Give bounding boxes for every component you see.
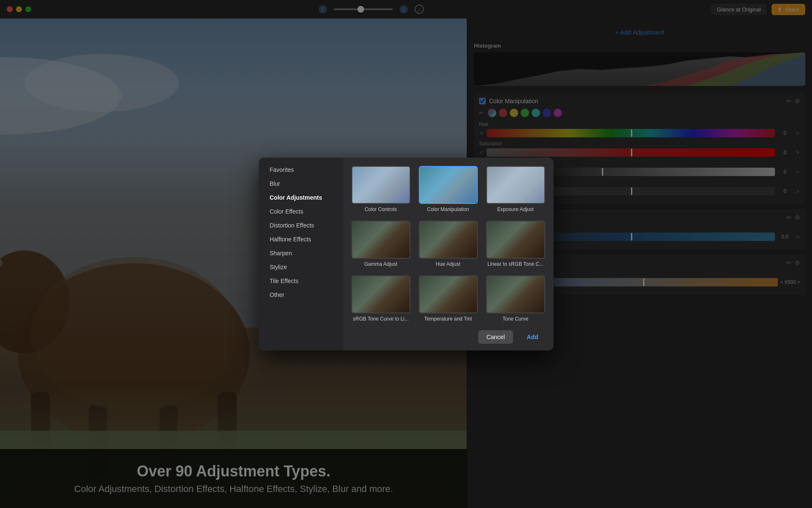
gamma-adjust-label: Gamma Adjust bbox=[364, 261, 397, 267]
tone-curve-thumb-img bbox=[487, 276, 544, 313]
exposure-adjust-label: Exposure Adjust bbox=[497, 206, 534, 212]
gamma-adjust-thumb-img bbox=[352, 222, 410, 258]
add-adjustment-modal: Favorites Blur Color Adjustments Color E… bbox=[259, 158, 554, 350]
sidebar-item-stylize[interactable]: Stylize bbox=[261, 260, 341, 274]
tone-curve-thumb bbox=[486, 275, 545, 313]
color-controls-label: Color Controls bbox=[365, 206, 397, 212]
modal-grid: Color Controls Color Manipulation Exposu… bbox=[350, 164, 547, 324]
sidebar-item-color-effects[interactable]: Color Effects bbox=[261, 205, 341, 218]
srgb-tone-curve-thumb-img bbox=[352, 276, 410, 313]
sidebar-item-tile-effects[interactable]: Tile Effects bbox=[261, 274, 341, 288]
modal-footer: Cancel Add bbox=[350, 330, 547, 344]
linear-srgb-thumb bbox=[486, 221, 545, 259]
hue-adjust-thumb-img bbox=[420, 222, 477, 258]
modal-item-color-manipulation[interactable]: Color Manipulation bbox=[417, 164, 479, 214]
modal-item-tone-curve[interactable]: Tone Curve bbox=[485, 274, 547, 324]
modal-sidebar: Favorites Blur Color Adjustments Color E… bbox=[259, 158, 343, 350]
sidebar-item-halftone-effects[interactable]: Halftone Effects bbox=[261, 233, 341, 246]
srgb-tone-curve-thumb bbox=[351, 275, 410, 313]
color-manipulation-thumb-img bbox=[420, 167, 477, 203]
hue-adjust-thumb bbox=[419, 221, 478, 259]
sidebar-item-other[interactable]: Other bbox=[261, 288, 341, 302]
tone-curve-label: Tone Curve bbox=[503, 316, 528, 322]
modal-item-hue-adjust[interactable]: Hue Adjust bbox=[417, 219, 479, 269]
srgb-tone-curve-label: sRGB Tone Curve to Li... bbox=[353, 316, 409, 322]
modal-item-srgb-tone-curve[interactable]: sRGB Tone Curve to Li... bbox=[350, 274, 412, 324]
modal-item-exposure-adjust[interactable]: Exposure Adjust bbox=[485, 164, 547, 214]
sidebar-item-distortion-effects[interactable]: Distortion Effects bbox=[261, 219, 341, 232]
linear-srgb-label: Linear to sRGB Tone C... bbox=[487, 261, 543, 267]
modal-item-gamma-adjust[interactable]: Gamma Adjust bbox=[350, 219, 412, 269]
sidebar-item-sharpen[interactable]: Sharpen bbox=[261, 246, 341, 260]
color-controls-thumb bbox=[351, 166, 410, 204]
sidebar-item-favorites[interactable]: Favorites bbox=[261, 163, 341, 176]
temp-tint-label: Temperature and Tint bbox=[424, 316, 472, 322]
modal-overlay[interactable]: Favorites Blur Color Adjustments Color E… bbox=[0, 0, 812, 508]
modal-item-temp-tint[interactable]: Temperature and Tint bbox=[417, 274, 479, 324]
temp-tint-thumb-img bbox=[420, 276, 477, 313]
modal-content: Color Controls Color Manipulation Exposu… bbox=[343, 158, 554, 350]
color-controls-thumb-img bbox=[352, 167, 410, 203]
temp-tint-thumb bbox=[419, 275, 478, 313]
modal-add-button[interactable]: Add bbox=[518, 330, 546, 344]
exposure-adjust-thumb bbox=[486, 166, 545, 204]
gamma-adjust-thumb bbox=[351, 221, 410, 259]
linear-srgb-thumb-img bbox=[487, 222, 544, 258]
color-manipulation-modal-label: Color Manipulation bbox=[427, 206, 469, 212]
color-manipulation-thumb bbox=[419, 166, 478, 204]
sidebar-item-blur[interactable]: Blur bbox=[261, 177, 341, 190]
modal-item-linear-srgb[interactable]: Linear to sRGB Tone C... bbox=[485, 219, 547, 269]
hue-adjust-label: Hue Adjust bbox=[436, 261, 460, 267]
modal-cancel-button[interactable]: Cancel bbox=[478, 330, 514, 344]
exposure-adjust-thumb-img bbox=[487, 167, 544, 203]
modal-item-color-controls[interactable]: Color Controls bbox=[350, 164, 412, 214]
sidebar-item-color-adjustments[interactable]: Color Adjustments bbox=[261, 191, 341, 204]
